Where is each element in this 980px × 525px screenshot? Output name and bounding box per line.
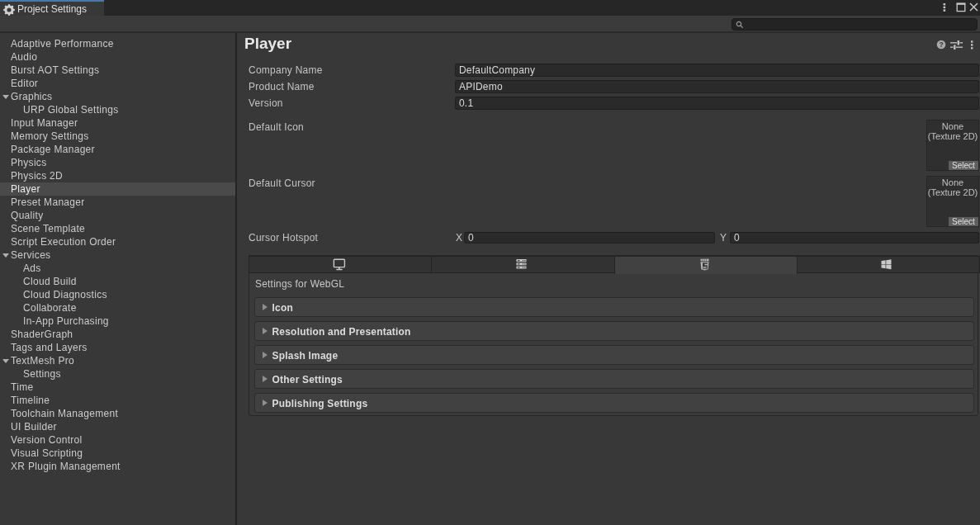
svg-text:?: ?	[939, 40, 943, 49]
